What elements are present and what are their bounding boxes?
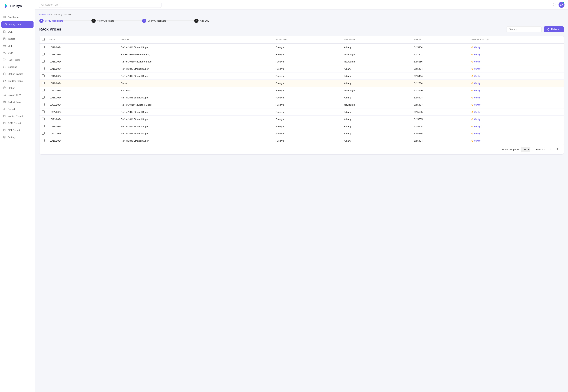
row-checkbox-cell[interactable] (40, 109, 47, 116)
step-1-circle: 1 (39, 19, 43, 23)
sidebar-item-station-invoice[interactable]: Station Invoice (0, 70, 35, 77)
theme-toggle-button[interactable] (552, 2, 556, 7)
row-checkbox-cell[interactable] (40, 51, 47, 58)
row-verify-status[interactable]: ⊙ Verify (469, 101, 564, 109)
sidebar-item-upload-csv[interactable]: Upload CSV (0, 91, 35, 98)
row-checkbox-cell[interactable] (40, 101, 47, 109)
refresh-label: Refresh (551, 28, 560, 31)
row-checkbox[interactable] (42, 60, 44, 63)
row-verify-status[interactable]: ⊙ Verify (469, 87, 564, 94)
row-verify-status[interactable]: ⊙ Verify (469, 116, 564, 123)
row-verify-status[interactable]: ⊙ Verify (469, 43, 564, 51)
verify-button[interactable]: ⊙ Verify (471, 46, 480, 49)
row-product: Ref. w/10% Ethanol Super (118, 72, 273, 80)
row-checkbox-cell[interactable] (40, 65, 47, 72)
row-checkbox[interactable] (42, 103, 44, 106)
row-checkbox-cell[interactable] (40, 130, 47, 137)
row-checkbox[interactable] (42, 53, 44, 56)
sidebar-item-invoice[interactable]: Invoice (0, 35, 35, 42)
verify-button[interactable]: ⊙ Verify (471, 68, 480, 70)
sidebar-item-ccm[interactable]: CCM (0, 49, 35, 56)
sidebar-item-eft-report-label: EFT Report (8, 129, 20, 131)
grid-icon (3, 15, 6, 19)
sidebar-item-bol[interactable]: BOL (0, 28, 35, 35)
sidebar-item-gasoline[interactable]: Gasoline (0, 63, 35, 70)
row-checkbox[interactable] (42, 132, 44, 135)
row-verify-status[interactable]: ⊙ Verify (469, 72, 564, 80)
verify-button[interactable]: ⊙ Verify (471, 140, 480, 142)
row-supplier: Fuelsyn (273, 72, 341, 80)
select-all-checkbox[interactable] (42, 38, 44, 41)
table-search-input[interactable] (507, 26, 542, 32)
row-checkbox-cell[interactable] (40, 87, 47, 94)
alert-circle-icon: ⊙ (471, 60, 473, 63)
sidebar-item-credits-debits[interactable]: Credits/Debits (0, 77, 35, 84)
row-verify-status[interactable]: ⊙ Verify (469, 65, 564, 72)
verify-button[interactable]: ⊙ Verify (471, 125, 480, 128)
prev-page-button[interactable] (547, 147, 552, 152)
verify-button[interactable]: ⊙ Verify (471, 96, 480, 99)
row-verify-status[interactable]: ⊙ Verify (469, 109, 564, 116)
sidebar-item-verify-data[interactable]: Verify Data (1, 21, 33, 28)
verify-button[interactable]: ⊙ Verify (471, 89, 480, 92)
row-checkbox[interactable] (42, 96, 44, 99)
row-checkbox[interactable] (42, 74, 44, 77)
row-checkbox-cell[interactable] (40, 43, 47, 51)
row-verify-status[interactable]: ⊙ Verify (469, 80, 564, 87)
step-4[interactable]: 4 Add BOL (194, 19, 209, 23)
row-checkbox-cell[interactable] (40, 80, 47, 87)
global-search-bar[interactable]: Search (Ctrl+/) (39, 2, 161, 8)
rows-per-page-select[interactable]: 10 25 50 (521, 147, 530, 152)
row-verify-status[interactable]: ⊙ Verify (469, 94, 564, 101)
breadcrumb-home[interactable]: Dashboard (39, 13, 51, 16)
step-2[interactable]: 2 Verify Citgo Data (91, 19, 114, 23)
row-checkbox[interactable] (42, 139, 44, 142)
row-checkbox-cell[interactable] (40, 72, 47, 80)
sidebar-item-eft-report[interactable]: EFT Report (0, 126, 35, 134)
alert-circle-icon: ⊙ (471, 89, 473, 92)
table-row: 10/18/2024 Ref. w/10% Ethanol Super Fuel… (40, 72, 564, 80)
row-checkbox[interactable] (42, 118, 44, 120)
row-checkbox-cell[interactable] (40, 137, 47, 144)
next-page-button[interactable] (555, 147, 560, 152)
verify-button[interactable]: ⊙ Verify (471, 75, 480, 77)
sidebar-item-settings[interactable]: Settings (0, 134, 35, 140)
verify-button[interactable]: ⊙ Verify (471, 82, 480, 84)
row-checkbox[interactable] (42, 125, 44, 127)
sidebar-item-invoice-report[interactable]: Invoice Report (0, 112, 35, 120)
sidebar-item-rack-prices[interactable]: Rack Prices (0, 56, 35, 63)
row-verify-status[interactable]: ⊙ Verify (469, 51, 564, 58)
avatar[interactable]: SA (558, 2, 565, 8)
verify-button[interactable]: ⊙ Verify (471, 132, 480, 135)
step-1[interactable]: 1 Verify Mobil Data (39, 19, 63, 23)
row-verify-status[interactable]: ⊙ Verify (469, 137, 564, 144)
row-supplier: Fuelsyn (273, 101, 341, 109)
row-checkbox[interactable] (42, 82, 44, 84)
row-checkbox-cell[interactable] (40, 58, 47, 65)
verify-button[interactable]: ⊙ Verify (471, 111, 480, 113)
row-checkbox-cell[interactable] (40, 123, 47, 130)
step-3[interactable]: Verify Global Data (142, 19, 166, 23)
sidebar-item-eft[interactable]: EFT (0, 42, 35, 49)
sidebar-item-verify-data-label: Verify Data (9, 23, 21, 26)
row-checkbox-cell[interactable] (40, 94, 47, 101)
sidebar-item-report[interactable]: Report (0, 105, 35, 112)
row-checkbox[interactable] (42, 67, 44, 70)
row-checkbox[interactable] (42, 46, 44, 48)
select-all-header[interactable] (40, 36, 47, 43)
verify-button[interactable]: ⊙ Verify (471, 118, 480, 121)
row-verify-status[interactable]: ⊙ Verify (469, 130, 564, 137)
sidebar-item-ccm-report[interactable]: CCM Report (0, 120, 35, 126)
row-checkbox[interactable] (42, 110, 44, 113)
sidebar-item-collect-data[interactable]: Collect Data (0, 98, 35, 105)
row-verify-status[interactable]: ⊙ Verify (469, 58, 564, 65)
sidebar-item-station[interactable]: Station (0, 84, 35, 91)
sidebar-item-dashboard[interactable]: Dashboard (0, 14, 35, 21)
verify-button[interactable]: ⊙ Verify (471, 104, 480, 106)
refresh-button[interactable]: Refresh (544, 26, 564, 32)
row-checkbox[interactable] (42, 89, 44, 91)
verify-button[interactable]: ⊙ Verify (471, 53, 480, 56)
row-checkbox-cell[interactable] (40, 116, 47, 123)
row-verify-status[interactable]: ⊙ Verify (469, 123, 564, 130)
verify-button[interactable]: ⊙ Verify (471, 60, 480, 63)
